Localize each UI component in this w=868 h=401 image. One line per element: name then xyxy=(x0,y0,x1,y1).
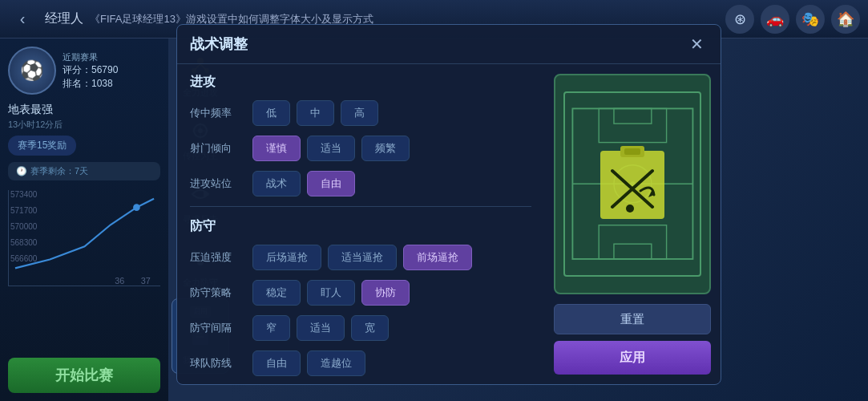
cross-freq-label: 传中频率 xyxy=(190,106,246,120)
defense-line-row: 球队防线 自由 造越位 xyxy=(190,350,531,376)
attack-position-row: 进攻站位 战术 自由 xyxy=(190,171,531,196)
player-time: 13小时12分后 xyxy=(8,119,160,131)
modal-title: 战术调整 xyxy=(190,34,248,54)
icon-btn-1[interactable]: ⊛ xyxy=(725,5,754,34)
tactics-modal: 战术调整 ✕ 进攻 传中频率 低 中 高 射门倾向 谨慎 适当 频繁 进 xyxy=(176,24,721,385)
attack-position-tactic[interactable]: 战术 xyxy=(252,171,301,196)
player-info: ⚽ 近期赛果 评分：56790 排名：1038 xyxy=(8,47,160,95)
shot-tendency-label: 射门倾向 xyxy=(190,141,246,156)
svg-rect-33 xyxy=(624,148,640,155)
shot-tendency-careful[interactable]: 谨慎 xyxy=(252,136,301,161)
defense-stable[interactable]: 稳定 xyxy=(252,280,301,306)
defense-gap-wide[interactable]: 宽 xyxy=(351,315,389,341)
top-icon-group: ⊛ 🚗 🎭 🏠 xyxy=(725,5,860,34)
svg-text:37: 37 xyxy=(141,276,151,286)
chart-val-1: 573400 xyxy=(10,190,37,199)
defense-gap-label: 防守间隔 xyxy=(190,321,246,335)
chart-val-4: 568300 xyxy=(10,238,37,247)
left-panel: ⚽ 近期赛果 评分：56790 排名：1038 地表最强 13小时12分后 赛季… xyxy=(0,38,168,401)
board-canvas xyxy=(554,74,711,294)
section-divider xyxy=(190,206,531,207)
shot-tendency-frequent[interactable]: 频繁 xyxy=(361,136,410,161)
defense-line-offside[interactable]: 造越位 xyxy=(307,350,365,376)
season-time: 🕐 赛季剩余：7天 xyxy=(8,162,160,180)
back-button[interactable]: ‹ xyxy=(8,5,37,34)
chart-val-2: 571700 xyxy=(10,206,37,215)
clock-icon: 🕐 xyxy=(16,166,27,176)
svg-rect-30 xyxy=(614,245,652,260)
svg-point-37 xyxy=(626,205,634,213)
defense-line-free[interactable]: 自由 xyxy=(252,350,301,376)
player-score: 评分：56790 xyxy=(63,63,160,77)
player-title: 地表最强 xyxy=(8,103,160,117)
press-intensity-row: 压迫强度 后场逼抢 适当逼抢 前场逼抢 xyxy=(190,245,531,270)
start-match-button[interactable]: 开始比赛 xyxy=(8,358,160,393)
shot-tendency-moderate[interactable]: 适当 xyxy=(307,136,355,161)
cross-freq-high[interactable]: 高 xyxy=(341,100,378,126)
svg-rect-28 xyxy=(614,109,652,124)
attack-section-title: 进攻 xyxy=(190,74,531,91)
svg-text:36: 36 xyxy=(115,276,124,286)
shot-tendency-row: 射门倾向 谨慎 适当 频繁 xyxy=(190,136,531,161)
player-rank: 排名：1038 xyxy=(63,77,160,91)
press-mid[interactable]: 适当逼抢 xyxy=(328,245,397,270)
recent-result-label: 近期赛果 xyxy=(63,51,160,63)
reset-button[interactable]: 重置 xyxy=(554,304,711,334)
cross-freq-low[interactable]: 低 xyxy=(252,100,290,126)
defense-line-label: 球队防线 xyxy=(190,356,246,371)
icon-btn-3[interactable]: 🎭 xyxy=(796,5,825,34)
attack-position-free[interactable]: 自由 xyxy=(307,171,355,196)
close-button[interactable]: ✕ xyxy=(685,33,708,55)
score-chart: 573400 571700 570000 568300 566600 36 37 xyxy=(8,190,160,286)
player-stats: 近期赛果 评分：56790 排名：1038 xyxy=(63,51,160,91)
avatar: ⚽ xyxy=(8,47,56,95)
board-inner xyxy=(563,91,702,276)
defense-strategy-label: 防守策略 xyxy=(190,286,246,300)
svg-rect-27 xyxy=(599,109,666,143)
modal-header: 战术调整 ✕ xyxy=(177,25,721,64)
defense-gap-mid[interactable]: 适当 xyxy=(297,315,345,341)
tactical-board: 重置 应用 xyxy=(544,64,721,384)
tactics-form: 进攻 传中频率 低 中 高 射门倾向 谨慎 适当 频繁 进攻站位 战术 自由 xyxy=(177,64,544,384)
icon-btn-4[interactable]: 🏠 xyxy=(831,5,860,34)
clipboard-svg xyxy=(596,143,668,223)
cross-freq-row: 传中频率 低 中 高 xyxy=(190,100,531,126)
defense-mark[interactable]: 盯人 xyxy=(307,280,355,306)
defense-section-title: 防守 xyxy=(190,218,531,235)
attack-position-label: 进攻站位 xyxy=(190,176,246,191)
defense-coop[interactable]: 协防 xyxy=(361,280,410,306)
press-front[interactable]: 前场逼抢 xyxy=(403,245,472,270)
icon-btn-2[interactable]: 🚗 xyxy=(761,5,789,34)
defense-gap-narrow[interactable]: 窄 xyxy=(252,315,290,341)
defense-gap-row: 防守间隔 窄 适当 宽 xyxy=(190,315,531,341)
apply-button[interactable]: 应用 xyxy=(554,341,711,375)
press-back[interactable]: 后场逼抢 xyxy=(252,245,321,270)
svg-rect-29 xyxy=(599,225,666,259)
manager-label: 经理人 xyxy=(45,10,83,27)
svg-point-0 xyxy=(133,204,140,211)
chart-val-5: 566600 xyxy=(10,254,37,263)
season-reward: 赛季15奖励 xyxy=(8,136,76,156)
cross-freq-mid[interactable]: 中 xyxy=(297,100,334,126)
defense-strategy-row: 防守策略 稳定 盯人 协防 xyxy=(190,280,531,306)
clipboard-overlay xyxy=(596,143,668,226)
chart-val-3: 570000 xyxy=(10,222,37,231)
modal-body: 进攻 传中频率 低 中 高 射门倾向 谨慎 适当 频繁 进攻站位 战术 自由 xyxy=(177,64,721,384)
press-intensity-label: 压迫强度 xyxy=(190,250,246,265)
